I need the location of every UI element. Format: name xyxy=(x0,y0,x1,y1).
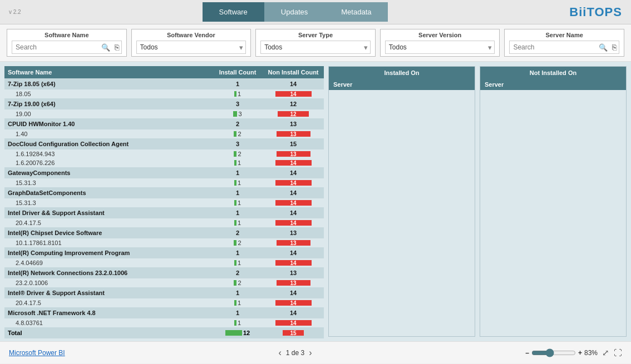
install-count-cell: 1 xyxy=(213,318,263,327)
install-count-cell: 2 xyxy=(213,149,263,158)
row-name: GraphDataSetComponents xyxy=(4,187,213,198)
table-row[interactable]: Intel Driver && Support Assistant114 xyxy=(4,207,324,218)
table-row[interactable]: 4.8.03761114 xyxy=(4,318,324,327)
tab-metadata[interactable]: Metadata xyxy=(324,2,388,22)
non-install-count-cell: 14 xyxy=(263,158,324,167)
non-install-count-cell: 14 xyxy=(263,247,324,258)
table-row[interactable]: 1.6.19284.943213 xyxy=(4,149,324,158)
non-install-count-cell: 13 xyxy=(263,149,324,158)
table-row[interactable]: 20.4.17.5114 xyxy=(4,218,324,227)
table-row[interactable]: DocCloud Configuration Collection Agent3… xyxy=(4,138,324,149)
expand-icon[interactable]: ⤢ xyxy=(602,348,609,358)
non-install-count-cell: 13 xyxy=(263,227,324,238)
table-row[interactable]: 10.1.17861.8101213 xyxy=(4,238,324,247)
next-page-button[interactable]: › xyxy=(309,348,312,358)
zoom-slider[interactable] xyxy=(531,348,576,357)
non-install-count-cell: 14 xyxy=(263,198,324,207)
server-name-copy-icon[interactable]: ⎘ xyxy=(610,42,619,53)
non-install-count-cell: 14 xyxy=(263,187,324,198)
non-install-count-cell: 14 xyxy=(263,287,324,298)
table-row[interactable]: 20.4.17.5114 xyxy=(4,298,324,307)
row-name: DocCloud Configuration Collection Agent xyxy=(4,138,213,149)
table-row[interactable]: Intel(R) Chipset Device Software213 xyxy=(4,227,324,238)
table-row[interactable]: GraphDataSetComponents114 xyxy=(4,187,324,198)
server-name-input[interactable] xyxy=(510,41,597,53)
software-name-copy-icon[interactable]: ⎘ xyxy=(112,42,121,53)
table-section: Software Name Install Count Non Install … xyxy=(0,62,328,341)
zoom-in-button[interactable]: + xyxy=(578,349,582,357)
non-install-count-cell: 14 xyxy=(263,258,324,267)
table-row[interactable]: Intel(R) Network Connections 23.2.0.1006… xyxy=(4,267,324,278)
row-name: 1.40 xyxy=(4,129,213,138)
non-install-count-cell: 14 xyxy=(263,78,324,89)
table-row[interactable]: 1.40213 xyxy=(4,129,324,138)
server-name-filter: Server Name 🔍 ⎘ xyxy=(504,29,624,57)
install-count-cell: 1 xyxy=(213,307,263,318)
not-installed-on-col-header: Server xyxy=(480,79,626,90)
install-count-cell: 2 xyxy=(213,238,263,247)
non-install-count-cell: 14 xyxy=(263,178,324,187)
row-name: Intel Driver && Support Assistant xyxy=(4,207,213,218)
table-row[interactable]: Intel® Driver & Support Assistant114 xyxy=(4,287,324,298)
server-type-filter: Server Type Todos ▾ xyxy=(255,29,376,57)
power-bi-link[interactable]: Microsoft Power BI xyxy=(9,349,65,357)
installed-on-panel: Installed On Server xyxy=(328,66,475,337)
non-install-count-cell: 14 xyxy=(263,318,324,327)
server-type-chevron-icon: ▾ xyxy=(362,43,370,52)
server-version-filter: Server Version Todos ▾ xyxy=(380,29,500,57)
filter-row: Software Name 🔍 ⎘ Software Vendor Todos … xyxy=(0,24,631,62)
table-row[interactable]: CPUID HWMonitor 1.40213 xyxy=(4,118,324,129)
server-type-select[interactable]: Todos xyxy=(261,41,362,53)
install-count-cell: 2 xyxy=(213,278,263,287)
fullscreen-icon[interactable]: ⛶ xyxy=(614,348,622,357)
server-type-select-wrap: Todos ▾ xyxy=(260,41,371,54)
table-row[interactable]: Total1215 xyxy=(4,327,324,338)
logo: BiiTOPS xyxy=(569,5,622,19)
row-name: 2.4.04669 xyxy=(4,258,213,267)
table-row[interactable]: 2.4.04669114 xyxy=(4,258,324,267)
table-row[interactable]: 7-Zip 18.05 (x64)114 xyxy=(4,78,324,89)
row-name: 20.4.17.5 xyxy=(4,218,213,227)
install-count-cell: 1 xyxy=(213,207,263,218)
software-name-label: Software Name xyxy=(12,32,122,38)
install-count-cell: 3 xyxy=(213,138,263,149)
software-name-input-row: 🔍 ⎘ xyxy=(12,41,122,54)
tab-updates[interactable]: Updates xyxy=(264,2,324,22)
table-row[interactable]: 1.6.20076.226114 xyxy=(4,158,324,167)
table-row[interactable]: 18.05114 xyxy=(4,89,324,98)
software-vendor-select-wrap: Todos ▾ xyxy=(136,41,247,54)
software-name-input[interactable] xyxy=(12,41,99,53)
zoom-out-button[interactable]: – xyxy=(525,349,529,357)
row-name: Microsoft .NET Framework 4.8 xyxy=(4,307,213,318)
table-row[interactable]: 15.31.3114 xyxy=(4,178,324,187)
server-version-chevron-icon: ▾ xyxy=(486,43,494,52)
zoom-percentage: 83% xyxy=(584,349,598,357)
table-row[interactable]: 19.00312 xyxy=(4,109,324,118)
software-name-filter: Software Name 🔍 ⎘ xyxy=(7,29,127,57)
table-row[interactable]: Intel(R) Computing Improvement Program11… xyxy=(4,247,324,258)
table-row[interactable]: 7-Zip 19.00 (x64)312 xyxy=(4,98,324,109)
software-vendor-chevron-icon: ▾ xyxy=(237,43,245,52)
non-install-count-cell: 14 xyxy=(263,298,324,307)
install-count-cell: 1 xyxy=(213,258,263,267)
table-row[interactable]: 23.2.0.1006213 xyxy=(4,278,324,287)
row-name: GatewayComponents xyxy=(4,167,213,178)
install-count-cell: 2 xyxy=(213,227,263,238)
install-count-cell: 1 xyxy=(213,287,263,298)
software-vendor-select[interactable]: Todos xyxy=(137,41,238,53)
installed-on-body xyxy=(329,90,475,336)
table-row[interactable]: GatewayComponents114 xyxy=(4,167,324,178)
row-name: 18.05 xyxy=(4,89,213,98)
row-name: Intel(R) Computing Improvement Program xyxy=(4,247,213,258)
non-install-count-cell: 14 xyxy=(263,307,324,318)
non-install-count-cell: 13 xyxy=(263,278,324,287)
table-row[interactable]: Microsoft .NET Framework 4.8114 xyxy=(4,307,324,318)
prev-page-button[interactable]: ‹ xyxy=(278,348,281,358)
server-version-select[interactable]: Todos xyxy=(386,41,486,53)
non-install-count-cell: 14 xyxy=(263,89,324,98)
installed-on-col-header: Server xyxy=(329,79,475,90)
table-row[interactable]: 15.31.3114 xyxy=(4,198,324,207)
row-name: 10.1.17861.8101 xyxy=(4,238,213,247)
tab-software[interactable]: Software xyxy=(203,2,264,22)
install-count-cell: 1 xyxy=(213,247,263,258)
